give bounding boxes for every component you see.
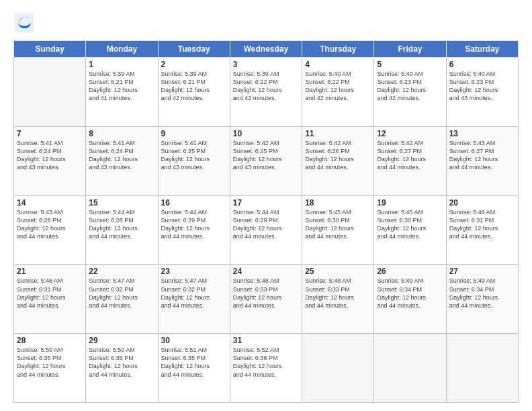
day-info: Sunrise: 5:45 AM Sunset: 6:30 PM Dayligh… bbox=[377, 208, 443, 241]
day-info: Sunrise: 5:40 AM Sunset: 6:23 PM Dayligh… bbox=[449, 70, 515, 103]
calendar-week-row: 28Sunrise: 5:50 AM Sunset: 6:35 PM Dayli… bbox=[14, 334, 519, 403]
day-info: Sunrise: 5:46 AM Sunset: 6:31 PM Dayligh… bbox=[17, 277, 83, 310]
calendar-cell: 5Sunrise: 5:40 AM Sunset: 6:23 PM Daylig… bbox=[374, 58, 446, 127]
calendar-cell: 16Sunrise: 5:44 AM Sunset: 6:29 PM Dayli… bbox=[158, 195, 230, 265]
calendar-cell: 24Sunrise: 5:48 AM Sunset: 6:33 PM Dayli… bbox=[230, 265, 302, 334]
day-number: 4 bbox=[305, 60, 371, 69]
day-number: 16 bbox=[161, 198, 227, 208]
calendar-cell: 23Sunrise: 5:47 AM Sunset: 6:32 PM Dayli… bbox=[158, 265, 230, 334]
day-number: 5 bbox=[377, 60, 443, 69]
day-number: 9 bbox=[161, 129, 227, 138]
calendar-cell: 2Sunrise: 5:39 AM Sunset: 6:21 PM Daylig… bbox=[158, 58, 230, 127]
day-header-monday: Monday bbox=[86, 41, 158, 58]
day-header-saturday: Saturday bbox=[446, 41, 518, 58]
calendar-cell: 26Sunrise: 5:49 AM Sunset: 6:34 PM Dayli… bbox=[374, 265, 446, 334]
calendar-cell: 11Sunrise: 5:42 AM Sunset: 6:26 PM Dayli… bbox=[302, 126, 374, 195]
calendar-cell: 12Sunrise: 5:42 AM Sunset: 6:27 PM Dayli… bbox=[374, 126, 446, 195]
logo bbox=[13, 12, 36, 34]
day-header-wednesday: Wednesday bbox=[230, 41, 302, 58]
calendar-cell: 10Sunrise: 5:42 AM Sunset: 6:25 PM Dayli… bbox=[230, 126, 302, 195]
day-info: Sunrise: 5:40 AM Sunset: 6:23 PM Dayligh… bbox=[377, 70, 443, 103]
day-info: Sunrise: 5:44 AM Sunset: 6:29 PM Dayligh… bbox=[233, 208, 299, 241]
calendar-cell: 22Sunrise: 5:47 AM Sunset: 6:32 PM Dayli… bbox=[86, 265, 158, 334]
calendar-cell: 4Sunrise: 5:40 AM Sunset: 6:22 PM Daylig… bbox=[302, 58, 374, 127]
calendar-cell: 15Sunrise: 5:44 AM Sunset: 6:28 PM Dayli… bbox=[86, 195, 158, 265]
calendar-cell: 28Sunrise: 5:50 AM Sunset: 6:35 PM Dayli… bbox=[14, 334, 86, 403]
day-info: Sunrise: 5:42 AM Sunset: 6:25 PM Dayligh… bbox=[233, 139, 299, 172]
day-number: 22 bbox=[89, 267, 154, 276]
calendar-cell: 20Sunrise: 5:46 AM Sunset: 6:31 PM Dayli… bbox=[446, 195, 518, 265]
day-info: Sunrise: 5:43 AM Sunset: 6:27 PM Dayligh… bbox=[449, 139, 515, 172]
day-info: Sunrise: 5:52 AM Sunset: 6:36 PM Dayligh… bbox=[233, 346, 299, 379]
calendar-cell: 27Sunrise: 5:49 AM Sunset: 6:34 PM Dayli… bbox=[446, 265, 518, 334]
calendar: SundayMondayTuesdayWednesdayThursdayFrid… bbox=[13, 40, 519, 403]
day-info: Sunrise: 5:48 AM Sunset: 6:33 PM Dayligh… bbox=[305, 277, 371, 310]
calendar-cell: 9Sunrise: 5:41 AM Sunset: 6:25 PM Daylig… bbox=[158, 126, 230, 195]
calendar-cell: 13Sunrise: 5:43 AM Sunset: 6:27 PM Dayli… bbox=[446, 126, 518, 195]
day-number: 10 bbox=[233, 129, 299, 138]
day-info: Sunrise: 5:48 AM Sunset: 6:33 PM Dayligh… bbox=[233, 277, 299, 310]
day-number: 27 bbox=[449, 267, 515, 276]
calendar-week-row: 7Sunrise: 5:41 AM Sunset: 6:24 PM Daylig… bbox=[14, 126, 519, 195]
day-number: 31 bbox=[233, 336, 299, 345]
svg-rect-0 bbox=[15, 13, 34, 33]
day-info: Sunrise: 5:43 AM Sunset: 6:28 PM Dayligh… bbox=[17, 208, 83, 241]
day-number: 18 bbox=[305, 198, 371, 208]
day-number: 29 bbox=[89, 336, 154, 345]
day-number: 11 bbox=[305, 129, 371, 138]
calendar-cell: 8Sunrise: 5:41 AM Sunset: 6:24 PM Daylig… bbox=[86, 126, 158, 195]
day-number: 23 bbox=[161, 267, 227, 276]
calendar-cell: 21Sunrise: 5:46 AM Sunset: 6:31 PM Dayli… bbox=[14, 265, 86, 334]
calendar-cell bbox=[446, 334, 518, 403]
calendar-cell: 19Sunrise: 5:45 AM Sunset: 6:30 PM Dayli… bbox=[374, 195, 446, 265]
calendar-header-row: SundayMondayTuesdayWednesdayThursdayFrid… bbox=[14, 41, 519, 58]
day-info: Sunrise: 5:39 AM Sunset: 6:21 PM Dayligh… bbox=[161, 70, 227, 103]
day-number: 24 bbox=[233, 267, 299, 276]
day-info: Sunrise: 5:45 AM Sunset: 6:30 PM Dayligh… bbox=[305, 208, 371, 241]
calendar-week-row: 14Sunrise: 5:43 AM Sunset: 6:28 PM Dayli… bbox=[14, 195, 519, 265]
calendar-cell: 25Sunrise: 5:48 AM Sunset: 6:33 PM Dayli… bbox=[302, 265, 374, 334]
day-header-thursday: Thursday bbox=[302, 41, 374, 58]
calendar-cell: 6Sunrise: 5:40 AM Sunset: 6:23 PM Daylig… bbox=[446, 58, 518, 127]
logo-icon bbox=[13, 12, 35, 34]
day-number: 14 bbox=[17, 198, 83, 208]
calendar-cell: 3Sunrise: 5:39 AM Sunset: 6:22 PM Daylig… bbox=[230, 58, 302, 127]
day-info: Sunrise: 5:50 AM Sunset: 6:35 PM Dayligh… bbox=[17, 346, 83, 379]
day-info: Sunrise: 5:42 AM Sunset: 6:27 PM Dayligh… bbox=[377, 139, 443, 172]
day-info: Sunrise: 5:49 AM Sunset: 6:34 PM Dayligh… bbox=[449, 277, 515, 310]
calendar-cell bbox=[14, 58, 86, 127]
calendar-cell: 14Sunrise: 5:43 AM Sunset: 6:28 PM Dayli… bbox=[14, 195, 86, 265]
day-number: 3 bbox=[233, 60, 299, 69]
day-info: Sunrise: 5:39 AM Sunset: 6:22 PM Dayligh… bbox=[233, 70, 299, 103]
day-number: 30 bbox=[161, 336, 227, 345]
day-number: 21 bbox=[17, 267, 83, 276]
header bbox=[13, 12, 519, 34]
calendar-week-row: 21Sunrise: 5:46 AM Sunset: 6:31 PM Dayli… bbox=[14, 265, 519, 334]
day-number: 12 bbox=[377, 129, 443, 138]
day-info: Sunrise: 5:42 AM Sunset: 6:26 PM Dayligh… bbox=[305, 139, 371, 172]
day-info: Sunrise: 5:51 AM Sunset: 6:35 PM Dayligh… bbox=[161, 346, 227, 379]
day-number: 17 bbox=[233, 198, 299, 208]
calendar-cell bbox=[302, 334, 374, 403]
day-info: Sunrise: 5:49 AM Sunset: 6:34 PM Dayligh… bbox=[377, 277, 443, 310]
calendar-week-row: 1Sunrise: 5:39 AM Sunset: 6:21 PM Daylig… bbox=[14, 58, 519, 127]
day-number: 28 bbox=[17, 336, 83, 345]
calendar-cell: 1Sunrise: 5:39 AM Sunset: 6:21 PM Daylig… bbox=[86, 58, 158, 127]
day-number: 13 bbox=[449, 129, 515, 138]
day-info: Sunrise: 5:47 AM Sunset: 6:32 PM Dayligh… bbox=[89, 277, 154, 310]
day-info: Sunrise: 5:47 AM Sunset: 6:32 PM Dayligh… bbox=[161, 277, 227, 310]
day-number: 26 bbox=[377, 267, 443, 276]
day-info: Sunrise: 5:41 AM Sunset: 6:25 PM Dayligh… bbox=[161, 139, 227, 172]
calendar-cell: 18Sunrise: 5:45 AM Sunset: 6:30 PM Dayli… bbox=[302, 195, 374, 265]
calendar-cell: 7Sunrise: 5:41 AM Sunset: 6:24 PM Daylig… bbox=[14, 126, 86, 195]
day-header-tuesday: Tuesday bbox=[158, 41, 230, 58]
day-info: Sunrise: 5:39 AM Sunset: 6:21 PM Dayligh… bbox=[89, 70, 154, 103]
day-number: 20 bbox=[449, 198, 515, 208]
day-header-friday: Friday bbox=[374, 41, 446, 58]
calendar-cell: 17Sunrise: 5:44 AM Sunset: 6:29 PM Dayli… bbox=[230, 195, 302, 265]
day-number: 2 bbox=[161, 60, 227, 69]
calendar-cell bbox=[374, 334, 446, 403]
day-info: Sunrise: 5:41 AM Sunset: 6:24 PM Dayligh… bbox=[17, 139, 83, 172]
day-number: 8 bbox=[89, 129, 154, 138]
day-number: 19 bbox=[377, 198, 443, 208]
